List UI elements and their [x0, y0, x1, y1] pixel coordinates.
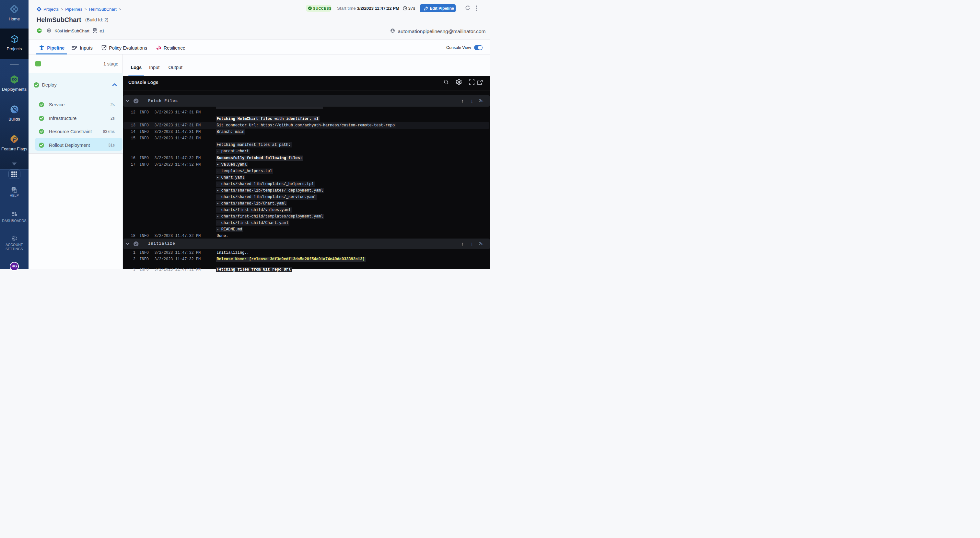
svg-text:?: ? [13, 187, 14, 191]
